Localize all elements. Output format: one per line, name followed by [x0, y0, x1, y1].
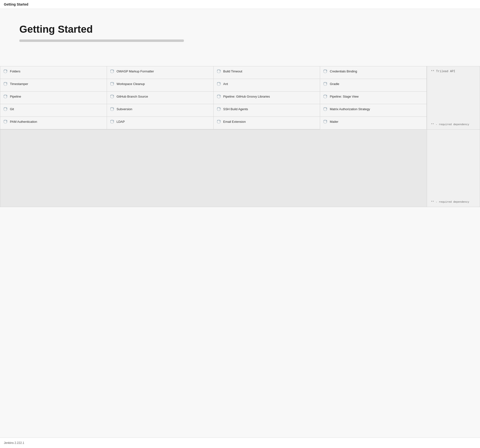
plugin-name: Timestamper: [10, 82, 28, 86]
plugin-name: Email Extension: [223, 120, 246, 124]
nav-title: Getting Started: [4, 2, 28, 6]
page-title: Getting Started: [19, 23, 461, 35]
plugin-cell[interactable]: PAM Authentication: [0, 117, 107, 129]
footer: Jenkins 2.222.1: [0, 438, 480, 448]
refresh-icon: [4, 120, 8, 124]
refresh-icon: [217, 70, 221, 74]
refresh-icon: [110, 70, 115, 74]
plugin-grid: Folders OWASP Markup Formatter Build Tim…: [0, 66, 427, 130]
plugin-cell[interactable]: Email Extension: [214, 117, 320, 129]
refresh-icon: [4, 107, 8, 112]
progress-bar-fill: [19, 39, 184, 42]
plugin-name: Workspace Cleanup: [117, 82, 145, 86]
plugin-name: Mailer: [330, 120, 338, 124]
refresh-icon: [110, 107, 115, 112]
plugin-cell[interactable]: Ant: [214, 79, 320, 92]
plugin-cell[interactable]: Timestamper: [0, 79, 107, 92]
refresh-icon: [323, 70, 328, 74]
progress-bar-container: [19, 39, 184, 42]
plugin-name: Subversion: [117, 107, 132, 111]
refresh-icon: [110, 82, 115, 86]
plugin-cell[interactable]: Mailer: [320, 117, 427, 129]
refresh-icon: [217, 107, 221, 112]
main-content: Getting Started: [0, 9, 480, 66]
plugin-name: Pipeline: GitHub Groovy Libraries: [223, 94, 270, 99]
plugin-name: Build Timeout: [223, 69, 242, 74]
sidebar-bottom-note: ** - required dependency: [431, 123, 476, 126]
plugin-name: GitHub Branch Source: [117, 94, 148, 99]
plugin-cell[interactable]: Credentials Binding: [320, 66, 427, 79]
plugin-name: LDAP: [117, 120, 125, 124]
plugin-cell[interactable]: SSH Build Agents: [214, 104, 320, 117]
refresh-icon: [4, 70, 8, 74]
bottom-grid-area: [0, 130, 427, 207]
plugin-name: Credentials Binding: [330, 69, 357, 74]
plugin-cell[interactable]: LDAP: [107, 117, 214, 129]
plugin-cell[interactable]: Pipeline: [0, 92, 107, 104]
plugin-name: PAM Authentication: [10, 120, 37, 124]
plugin-cell[interactable]: Workspace Cleanup: [107, 79, 214, 92]
bottom-section: ** - required dependency: [0, 130, 480, 207]
plugin-cell[interactable]: Folders: [0, 66, 107, 79]
plugin-cell[interactable]: OWASP Markup Formatter: [107, 66, 214, 79]
plugin-name: Ant: [223, 82, 228, 86]
refresh-icon: [323, 120, 328, 124]
refresh-icon: [323, 107, 328, 112]
plugin-name: Pipeline: Stage View: [330, 94, 359, 99]
plugin-name: Git: [10, 107, 14, 111]
plugin-cell[interactable]: Git: [0, 104, 107, 117]
plugin-cell[interactable]: Pipeline: Stage View: [320, 92, 427, 104]
refresh-icon: [323, 82, 328, 86]
refresh-icon: [110, 95, 115, 99]
plugin-cell[interactable]: Gradle: [320, 79, 427, 92]
plugin-cell[interactable]: Matrix Authorization Strategy: [320, 104, 427, 117]
plugin-cell[interactable]: Build Timeout: [214, 66, 320, 79]
sidebar-notes: ** Trilead API ** - required dependency: [427, 66, 480, 130]
plugin-cell[interactable]: Subversion: [107, 104, 214, 117]
plugin-name: SSH Build Agents: [223, 107, 248, 111]
bottom-sidebar-note: ** - required dependency: [431, 201, 476, 203]
refresh-icon: [4, 95, 8, 99]
plugin-cell[interactable]: GitHub Branch Source: [107, 92, 214, 104]
plugin-name: OWASP Markup Formatter: [117, 69, 154, 74]
top-nav: Getting Started: [0, 0, 480, 9]
sidebar-top-note: ** Trilead API: [431, 70, 476, 73]
refresh-icon: [217, 82, 221, 86]
plugin-name: Gradle: [330, 82, 339, 86]
plugin-name: Folders: [10, 69, 20, 74]
plugin-name: Matrix Authorization Strategy: [330, 107, 370, 111]
plugin-cell[interactable]: Pipeline: GitHub Groovy Libraries: [214, 92, 320, 104]
refresh-icon: [110, 120, 115, 124]
refresh-icon: [217, 95, 221, 99]
plugin-name: Pipeline: [10, 94, 21, 99]
bottom-sidebar: ** - required dependency: [427, 130, 480, 207]
jenkins-version: Jenkins 2.222.1: [4, 441, 24, 445]
refresh-icon: [4, 82, 8, 86]
refresh-icon: [323, 95, 328, 99]
refresh-icon: [217, 120, 221, 124]
plugin-section: Folders OWASP Markup Formatter Build Tim…: [0, 66, 480, 130]
